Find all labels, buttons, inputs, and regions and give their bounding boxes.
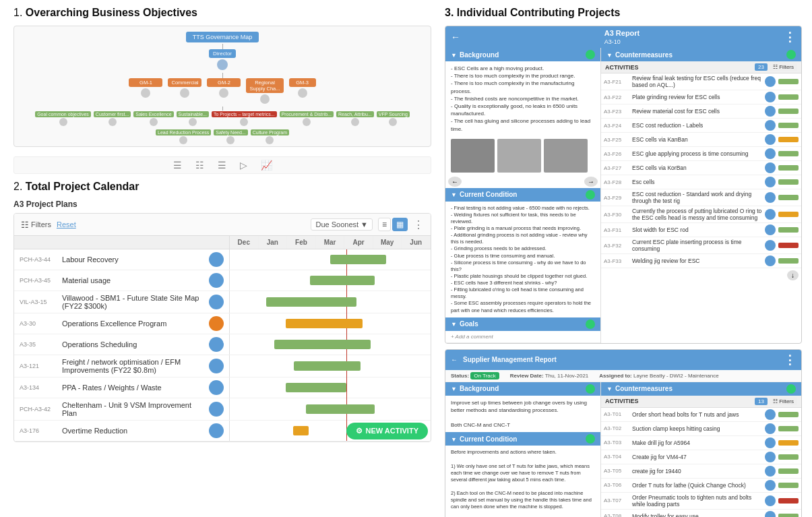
table-row: A3-30 Operations Excellence Program [14, 313, 431, 334]
act-bar [778, 165, 799, 171]
list-item: A3-T05 create jig for 19440 [601, 464, 801, 479]
list-item: A3-F21 Review final leak testing for ESC… [601, 73, 801, 90]
avatar [209, 316, 224, 331]
act-title: ESC cells via KanBan [632, 136, 762, 143]
act-id: A3-T06 [604, 482, 629, 488]
reset-link[interactable]: Reset [57, 220, 76, 229]
gantt-bar [266, 297, 356, 307]
row-id: PCH-A3-42 [20, 406, 57, 413]
report1-header-text: A3 Report [604, 29, 640, 37]
avatar [209, 423, 224, 438]
list-item: A3-T02 Suction clamp keeps hitting casin… [601, 422, 801, 436]
avatar [765, 466, 776, 477]
goals-action-icon[interactable] [586, 320, 595, 329]
nav-icon-4[interactable]: ▷ [240, 160, 247, 171]
current-condition-content: - Final testing is not adding value - 65… [445, 202, 600, 317]
act-bar [778, 94, 799, 100]
table-row: A3-134 PPA - Rates / Weights / Waste [14, 377, 431, 398]
more-options-icon[interactable]: ⋮ [784, 30, 796, 44]
new-activity-button[interactable]: ⚙ NEW ACTIVITY [346, 423, 428, 439]
back-icon[interactable]: ← [451, 32, 460, 42]
row-id: A3-176 [20, 427, 57, 434]
avatar [765, 224, 776, 235]
list-item: A3-F22 Plate grinding review for ESC cel… [601, 90, 801, 104]
list-item: A3-T04 Create jig for VM4-47 [601, 450, 801, 464]
a3-left-section-1: ▼Background - ESC Cells are a high movin… [445, 48, 600, 343]
list-view-button[interactable]: ≡ [378, 218, 391, 231]
avatar [209, 295, 224, 309]
row-left: A3-134 PPA - Rates / Weights / Waste [14, 377, 230, 398]
nav-icon-5[interactable]: 📈 [261, 160, 272, 171]
countermeasures-header-2: ▼Countermeasures [601, 382, 801, 396]
list-item: A3-F26 ESC glue applying process is time… [601, 147, 801, 161]
nav-icon-3[interactable]: ☰ [218, 160, 226, 171]
cc2-action-icon[interactable] [586, 434, 595, 444]
a3-plans-label: A3 Project Plans [13, 200, 431, 209]
act-id: A3-F27 [604, 165, 629, 171]
act-title: ESC glue applying process is time consum… [632, 150, 762, 157]
row-left: PCH-A3-44 Labour Recovery [14, 249, 230, 270]
list-item: A3-F25 ESC cells via KanBan [601, 133, 801, 147]
cc-action-icon[interactable] [586, 190, 595, 200]
act-id: A3-T01 [604, 411, 629, 417]
next-arrow[interactable]: → [584, 177, 598, 187]
row-left: PCH-A3-45 Material usage [14, 270, 230, 291]
act-id: A3-F26 [604, 151, 629, 157]
act-bar [778, 498, 799, 504]
background-action-icon[interactable] [586, 50, 595, 59]
assigned-value: Layne Beatty - DWI2 - Maintenance [633, 373, 719, 379]
activities-filter-2[interactable]: ☷ Filters [770, 398, 797, 405]
act-id: A3-F22 [604, 94, 629, 100]
goals-title: Goals [460, 320, 478, 328]
a3-right-section-2: ▼Countermeasures ACTIVITIES 13 ☷ Filters [600, 382, 801, 517]
nav-icon-2[interactable]: ☷ [195, 160, 204, 171]
nav-icon-1[interactable]: ☰ [173, 160, 182, 171]
more-options-button[interactable]: ⋮ [413, 218, 424, 231]
more-options-icon-2[interactable]: ⋮ [784, 353, 796, 367]
table-row: A3-35 Operations Scheduling [14, 334, 431, 355]
calendar-container: ☷ Filters Reset Due Soonest ▼ ≡ ▦ ⋮ [13, 213, 431, 442]
section3-number: 3. [445, 7, 454, 18]
avatar [765, 162, 776, 173]
background-content-2: Improve set up times between job change … [445, 396, 600, 433]
act-title: create jig for 19440 [632, 468, 762, 475]
prev-arrow[interactable]: ← [448, 177, 462, 187]
act-bar [778, 151, 799, 156]
act-id: A3-T04 [604, 454, 629, 460]
filters-button[interactable]: ☷ Filters [21, 220, 51, 230]
due-soonest-dropdown[interactable]: Due Soonest ▼ [311, 218, 373, 231]
list-item: A3-F28 Esc cells [601, 175, 801, 189]
avatar [209, 402, 224, 417]
table-row: A3-176 Overtime Reduction ⚙ NEW ACTIVITY [14, 421, 431, 442]
activities-filter[interactable]: ☷ Filters [770, 63, 797, 71]
act-title: Suction clamp keeps hitting casing [632, 425, 762, 432]
row-id: VIL-A3-15 [20, 299, 57, 305]
calendar-view-button[interactable]: ▦ [392, 218, 408, 231]
cm2-action-icon[interactable] [786, 384, 796, 394]
list-item: A3-T08 Modify trolley for easy use [601, 510, 801, 517]
section1-number: 1. [13, 7, 22, 18]
a3-reports-container: ← A3 Report A3-10 ⋮ ▼Background [445, 26, 802, 517]
month-may: May [373, 236, 402, 249]
act-bar [778, 195, 799, 200]
act-id: A3-F23 [604, 109, 629, 115]
activities-header: ACTIVITIES 23 ☷ Filters [601, 61, 801, 73]
scroll-down-icon[interactable]: ↓ [787, 270, 799, 280]
act-id: A3-F29 [604, 195, 629, 201]
month-mar: Mar [316, 236, 345, 249]
avatar [765, 76, 776, 87]
bg2-action-icon[interactable] [586, 384, 595, 394]
view-buttons: ≡ ▦ [378, 218, 408, 231]
act-title: Review final leak testing for ESC cells … [632, 75, 762, 88]
avatar [765, 192, 776, 203]
background-title-2: Background [460, 385, 499, 392]
month-jan: Jan [259, 236, 288, 249]
act-bar [778, 79, 799, 84]
back-icon-2[interactable]: ← [451, 356, 458, 363]
act-title: Currently the process of putting lubrica… [632, 208, 762, 221]
cm-action-icon[interactable] [786, 50, 796, 59]
row-chart [230, 356, 431, 376]
avatar [209, 359, 224, 373]
add-comment-area[interactable]: + Add a comment [445, 331, 600, 343]
a3-report-card-1: ← A3 Report A3-10 ⋮ ▼Background [445, 26, 802, 344]
